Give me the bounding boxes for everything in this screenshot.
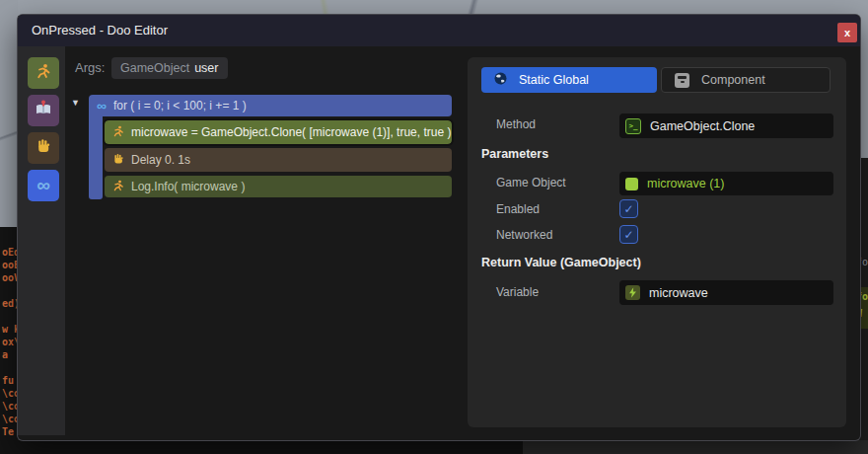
for-loop-block[interactable]: ∞ for ( i = 0; i < 100; i += 1 ) [89,95,452,116]
window-title: OnPressed - Doo Editor [32,15,168,46]
args-label: Args: [75,60,105,75]
runner-icon [112,180,124,194]
book-icon [35,100,52,121]
networked-label: Networked [496,228,552,242]
background-bottom-gray [523,440,868,454]
terminal-icon: >_ [625,118,641,134]
enabled-checkbox[interactable]: ✓ [619,199,638,218]
runner-icon [112,125,124,140]
titlebar[interactable]: OnPressed - Doo Editor x [18,15,860,46]
background-bottom-dark [0,440,523,454]
check-icon: ✓ [623,202,633,216]
infinity-icon: ∞ [97,100,107,112]
enabled-label: Enabled [496,202,540,216]
viewport-left-strip [0,0,18,229]
networked-checkbox[interactable]: ✓ [619,225,638,244]
method-value: GameObject.Clone [650,119,755,133]
method-field[interactable]: >_ GameObject.Clone [619,114,833,138]
game-object-field[interactable]: microwave (1) [619,172,833,195]
runner-icon [36,63,51,83]
close-icon: x [844,27,850,38]
return-value-header: Return Value (GameObject) [481,256,641,269]
block-text: Delay 0. 1s [131,153,190,167]
sidebar-item-library[interactable] [28,95,59,126]
viewport-top-strip [0,0,868,16]
args-type: GameObject [120,61,189,75]
hand-icon [112,153,124,168]
delay-statement-block[interactable]: Delay 0. 1s [105,148,452,172]
screen: oEd ooE ooV ed) w k ox\ a fu \co \co \co… [0,0,868,454]
log-statement-block[interactable]: Log.Info( microwave ) [105,176,452,197]
block-text: Log.Info( microwave ) [131,180,245,193]
background-console-left: oEd ooE ooV ed) w k ox\ a fu \co \co \co… [0,227,18,454]
lightning-icon [625,285,640,300]
method-label: Method [496,117,536,131]
args-pill[interactable]: GameObject user [111,57,228,79]
variable-label: Variable [496,285,539,299]
parameters-header: Parameters [481,147,548,161]
doo-editor-window: OnPressed - Doo Editor x [18,15,860,440]
sidebar-item-run-event[interactable] [28,57,59,89]
globe-icon [494,72,507,88]
variable-field[interactable]: microwave [619,280,833,305]
gameobject-icon [625,178,638,190]
console-left-text: oEd ooE ooV ed) w k ox\ a fu \co \co \co… [2,246,18,438]
sidebar-item-loop[interactable]: ∞ [28,170,59,201]
tab-label: Static Global [519,73,589,87]
game-object-label: Game Object [496,176,566,189]
block-text: microwave = GameObject.Clone( [microwave… [131,125,451,139]
collapse-triangle-icon[interactable]: ▼ [71,98,80,108]
clone-statement-block[interactable]: microwave = GameObject.Clone( [microwave… [105,120,452,144]
close-button[interactable]: x [837,23,857,42]
infinity-icon: ∞ [36,175,50,196]
game-object-value: microwave (1) [647,177,725,190]
tab-static-global[interactable]: Static Global [481,67,657,93]
for-loop-text: for ( i = 0; i < 100; i += 1 ) [113,99,247,113]
tab-label: Component [701,73,765,87]
inspector-panel: Static Global Component Method >_ GameOb… [468,57,846,427]
hand-icon [36,138,51,158]
for-loop-body-bar [89,113,103,199]
check-icon: ✓ [623,228,633,242]
tab-component[interactable]: Component [661,67,831,93]
args-name: user [194,61,218,75]
variable-value: microwave [649,286,708,300]
sidebar-item-interact-event[interactable] [28,132,59,164]
component-box-icon [675,73,689,88]
